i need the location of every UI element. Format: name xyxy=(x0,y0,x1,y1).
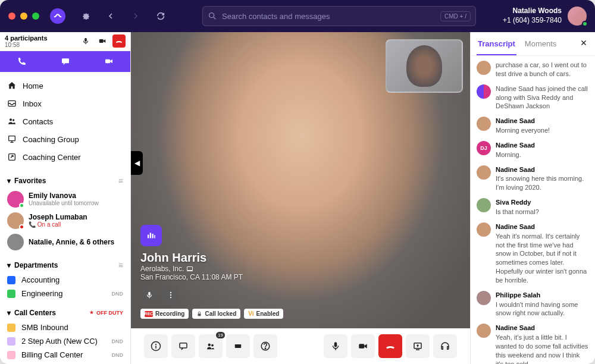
departments-header[interactable]: ▾Departments≡ xyxy=(0,258,130,273)
new-video-button[interactable] xyxy=(87,51,130,72)
tab-transcript[interactable]: Transcript xyxy=(478,39,515,48)
dnd-badge: DND xyxy=(112,352,124,358)
search-input[interactable] xyxy=(217,12,440,21)
svg-rect-23 xyxy=(180,343,187,348)
dialpad-button[interactable] xyxy=(226,334,250,358)
tab-moments[interactable]: Moments xyxy=(525,39,556,48)
active-call-strip: 4 participants 10:58 xyxy=(0,32,130,51)
quick-actions xyxy=(0,51,130,72)
svg-point-6 xyxy=(10,118,12,121)
settings-icon[interactable] xyxy=(76,7,95,26)
nav-coaching-group[interactable]: Coaching Group xyxy=(0,130,130,148)
camera-toggle-icon[interactable] xyxy=(96,34,109,48)
maximize-window-button[interactable] xyxy=(32,12,39,20)
refresh-icon[interactable] xyxy=(151,7,170,26)
message-avatar xyxy=(477,324,491,338)
call-centers-header[interactable]: ▾Call CentersOFF DUTY xyxy=(0,305,130,321)
favorite-item[interactable]: Natalie, Annie, & 6 others xyxy=(0,231,130,253)
main-nav: Home Inbox Contacts Coaching Group Coach… xyxy=(0,72,130,171)
nav-contacts[interactable]: Contacts xyxy=(0,112,130,130)
self-view[interactable] xyxy=(386,39,463,93)
user-name: Natalie Woods xyxy=(503,7,562,16)
collapse-sidebar-button[interactable]: ◀ xyxy=(131,151,143,175)
svg-rect-32 xyxy=(334,342,337,347)
info-button[interactable] xyxy=(144,334,168,358)
message-text: Yeah, it's just a little bit. I wanted t… xyxy=(496,333,589,364)
svg-rect-10 xyxy=(148,235,149,239)
svg-rect-2 xyxy=(99,39,104,43)
color-swatch xyxy=(7,337,15,346)
mute-mic-icon[interactable] xyxy=(79,34,92,48)
help-button[interactable] xyxy=(253,334,277,358)
user-profile[interactable]: Natalie Woods +1 (604) 359-7840 xyxy=(503,7,587,26)
favorite-item[interactable]: Joseph Lumaban📞 On a call xyxy=(0,210,130,231)
participants-button[interactable]: 19 xyxy=(199,334,223,358)
hangup-icon[interactable] xyxy=(112,34,126,48)
new-call-button[interactable] xyxy=(0,51,43,72)
contact-name: Emily Ivanova xyxy=(29,192,99,200)
nav-home[interactable]: Home xyxy=(0,77,130,95)
chat-button[interactable] xyxy=(171,334,195,358)
transcript-message: Nadine SaadYeah it's normal. It's certai… xyxy=(477,222,589,285)
more-caller-button[interactable] xyxy=(162,286,180,304)
transcript-body[interactable]: purchase a car, so I went out to test dr… xyxy=(471,56,595,364)
call-controls: 19 xyxy=(131,328,470,364)
nav-coaching-center[interactable]: Coaching Center xyxy=(0,148,130,166)
department-item[interactable]: EngineeringDND xyxy=(0,287,130,300)
department-item[interactable]: Accounting xyxy=(0,273,130,287)
nav-coaching-group-label: Coaching Group xyxy=(23,135,79,144)
call-centers-title: Call Centers xyxy=(14,309,56,317)
message-avatar xyxy=(477,84,491,99)
contact-status: 📞 On a call xyxy=(29,221,87,228)
caller-company: Aerolabs, Inc. xyxy=(140,265,184,273)
favorite-item[interactable]: Emily IvanovaUnavailable until tomorrow xyxy=(0,189,130,210)
device-icon xyxy=(186,265,193,272)
ai-assist-icon[interactable] xyxy=(140,225,162,246)
reorder-icon[interactable]: ≡ xyxy=(118,261,123,270)
share-screen-button[interactable] xyxy=(406,334,430,358)
mic-button[interactable] xyxy=(324,334,347,358)
message-text: Is that normal? xyxy=(496,208,589,216)
app-window: CMD + / Natalie Woods +1 (604) 359-7840 … xyxy=(0,0,595,364)
lock-label: Call locked xyxy=(205,310,236,317)
close-transcript-icon[interactable] xyxy=(580,39,588,49)
contact-avatar xyxy=(7,234,24,250)
nav-home-label: Home xyxy=(23,81,43,90)
status-dot xyxy=(19,203,24,208)
call-center-item[interactable]: Billing Call CenterDND xyxy=(0,348,130,362)
favorites-header[interactable]: ▾Favorites≡ xyxy=(0,173,130,189)
headset-button[interactable] xyxy=(433,334,457,358)
minimize-window-button[interactable] xyxy=(20,12,27,20)
new-message-button[interactable] xyxy=(43,51,87,72)
online-status-icon xyxy=(582,21,588,27)
mute-caller-button[interactable] xyxy=(140,286,158,304)
dnd-badge: DND xyxy=(112,338,124,344)
transcript-message: Nadine SaadYeah, it's just a little bit.… xyxy=(477,324,589,364)
end-call-button[interactable] xyxy=(378,334,402,358)
user-avatar[interactable] xyxy=(568,7,587,26)
department-name: Engineering xyxy=(21,289,62,298)
transcript-message: Siva ReddyIs that normal? xyxy=(477,198,589,216)
call-center-item[interactable]: SMB Inbound xyxy=(0,321,130,334)
svg-rect-3 xyxy=(62,59,69,64)
dnd-badge: DND xyxy=(112,291,124,297)
reorder-icon[interactable]: ≡ xyxy=(118,176,123,186)
color-swatch xyxy=(7,276,15,284)
svg-rect-13 xyxy=(154,235,155,238)
svg-rect-8 xyxy=(9,136,15,141)
message-avatar: DJ xyxy=(477,141,491,155)
search-icon xyxy=(208,11,217,21)
back-icon[interactable] xyxy=(101,7,120,26)
svg-rect-19 xyxy=(198,313,201,316)
video-feed: ◀ John Harris Aerolabs, Inc. San Francis… xyxy=(131,32,470,328)
close-window-button[interactable] xyxy=(8,12,15,20)
message-text: It's snowing here this morning. I'm lovi… xyxy=(496,174,589,192)
call-center-item[interactable]: 2 Step Auth (New CC)DND xyxy=(0,334,130,348)
nav-inbox[interactable]: Inbox xyxy=(0,95,130,112)
message-avatar xyxy=(477,291,491,305)
search-box[interactable]: CMD + / xyxy=(202,6,476,26)
shortcut-badge: CMD + / xyxy=(440,11,471,21)
camera-button[interactable] xyxy=(351,334,375,358)
video-area: ◀ John Harris Aerolabs, Inc. San Francis… xyxy=(131,32,470,364)
svg-point-21 xyxy=(155,344,156,345)
